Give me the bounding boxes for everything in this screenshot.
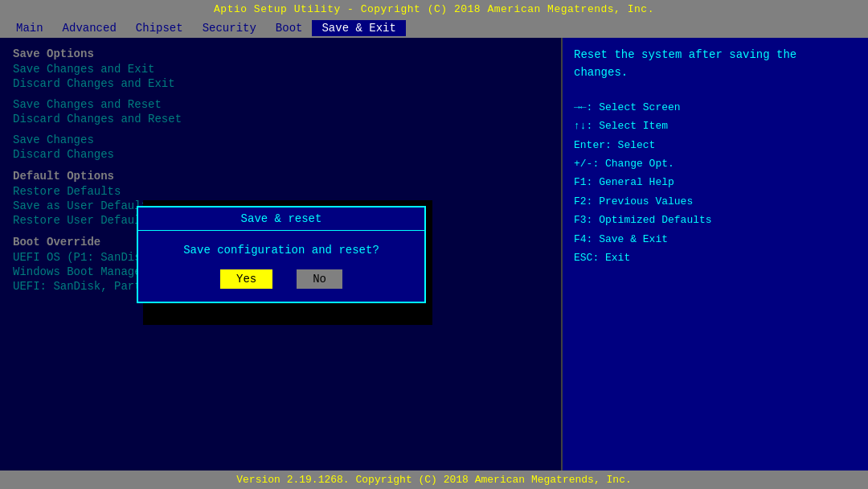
dialog-title: Save & reset [241, 212, 322, 225]
nav-item-saveexit[interactable]: Save & Exit [312, 20, 405, 36]
right-panel: Reset the system after saving the change… [563, 38, 868, 471]
key-hint: F2: Previous Values [574, 192, 857, 211]
dialog-overlay: Save & reset Save configuration and rese… [0, 38, 563, 471]
dialog-box: Save & reset Save configuration and rese… [137, 206, 426, 303]
title-text: Aptio Setup Utility - Copyright (C) 2018… [214, 3, 654, 15]
nav-item-chipset[interactable]: Chipset [126, 20, 193, 36]
dialog-no-button[interactable]: No [297, 269, 342, 289]
dialog-message: Save configuration and reset? [151, 244, 411, 257]
key-hint: F4: Save & Exit [574, 230, 857, 249]
help-text: Reset the system after saving the change… [574, 46, 857, 82]
bios-screen: Aptio Setup Utility - Copyright (C) 2018… [0, 0, 868, 489]
key-hint: ↑↓: Select Item [574, 117, 857, 135]
key-hint: Enter: Select [574, 136, 857, 154]
status-text: Version 2.19.1268. Copyright (C) 2018 Am… [236, 474, 631, 486]
status-bar: Version 2.19.1268. Copyright (C) 2018 Am… [0, 471, 868, 489]
dialog-yes-button[interactable]: Yes [220, 269, 272, 289]
key-hint: +/-: Change Opt. [574, 154, 857, 173]
dialog-title-bar: Save & reset [138, 208, 424, 231]
key-hint: F3: Optimized Defaults [574, 211, 857, 229]
main-content: Save OptionsSave Changes and ExitDiscard… [0, 38, 868, 471]
nav-item-advanced[interactable]: Advanced [53, 20, 126, 36]
dialog-body: Save configuration and reset? Yes No [138, 231, 424, 302]
title-bar: Aptio Setup Utility - Copyright (C) 2018… [0, 0, 868, 18]
key-hint: →←: Select Screen [574, 98, 857, 117]
nav-item-boot[interactable]: Boot [266, 20, 313, 36]
key-hints: →←: Select Screen↑↓: Select ItemEnter: S… [574, 98, 857, 268]
left-panel: Save OptionsSave Changes and ExitDiscard… [0, 38, 563, 471]
nav-item-security[interactable]: Security [193, 20, 266, 36]
nav-bar: MainAdvancedChipsetSecurityBootSave & Ex… [0, 18, 868, 38]
key-hint: F1: General Help [574, 173, 857, 191]
key-hint: ESC: Exit [574, 249, 857, 267]
nav-item-main[interactable]: Main [6, 20, 53, 36]
dialog-buttons: Yes No [151, 269, 411, 289]
